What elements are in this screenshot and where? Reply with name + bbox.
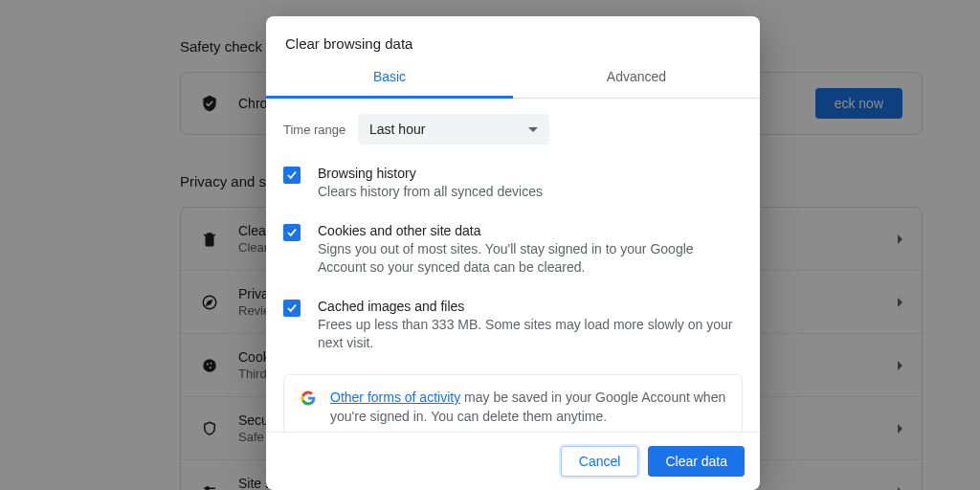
option-cached[interactable]: Cached images and files Frees up less th… bbox=[283, 299, 743, 353]
dialog-body-scroll[interactable]: Time range Last hour Browsing history Cl… bbox=[266, 99, 760, 432]
info-text: Other forms of activity may be saved in … bbox=[330, 389, 726, 426]
option-title: Cookies and other site data bbox=[318, 223, 743, 238]
option-desc: Frees up less than 333 MB. Some sites ma… bbox=[318, 316, 743, 353]
time-range-value: Last hour bbox=[369, 122, 425, 137]
time-range-label: Time range bbox=[283, 122, 358, 137]
time-range-row: Time range Last hour bbox=[283, 114, 743, 145]
tab-advanced[interactable]: Advanced bbox=[513, 69, 760, 98]
info-panel: Other forms of activity may be saved in … bbox=[283, 374, 743, 432]
option-browsing-history[interactable]: Browsing history Clears history from all… bbox=[283, 166, 743, 202]
clear-browsing-data-dialog: Clear browsing data Basic Advanced Time … bbox=[266, 16, 760, 490]
caret-down-icon bbox=[528, 127, 538, 132]
dialog-actions: Cancel Clear data bbox=[266, 432, 760, 490]
option-title: Browsing history bbox=[318, 166, 543, 181]
option-desc: Signs you out of most sites. You'll stay… bbox=[318, 240, 743, 278]
checkbox-checked-icon[interactable] bbox=[283, 224, 301, 241]
cancel-button[interactable]: Cancel bbox=[561, 446, 639, 477]
other-activity-link[interactable]: Other forms of activity bbox=[330, 390, 460, 405]
dialog-title: Clear browsing data bbox=[266, 16, 760, 69]
option-desc: Clears history from all synced devices bbox=[318, 183, 543, 202]
tab-basic[interactable]: Basic bbox=[266, 69, 513, 99]
option-cookies[interactable]: Cookies and other site data Signs you ou… bbox=[283, 223, 743, 278]
clear-data-button[interactable]: Clear data bbox=[648, 446, 745, 477]
option-title: Cached images and files bbox=[318, 299, 743, 314]
time-range-select[interactable]: Last hour bbox=[358, 114, 549, 145]
google-icon bbox=[300, 390, 317, 407]
checkbox-checked-icon[interactable] bbox=[283, 167, 301, 184]
checkbox-checked-icon[interactable] bbox=[283, 300, 301, 317]
dialog-tabs: Basic Advanced bbox=[266, 69, 760, 99]
